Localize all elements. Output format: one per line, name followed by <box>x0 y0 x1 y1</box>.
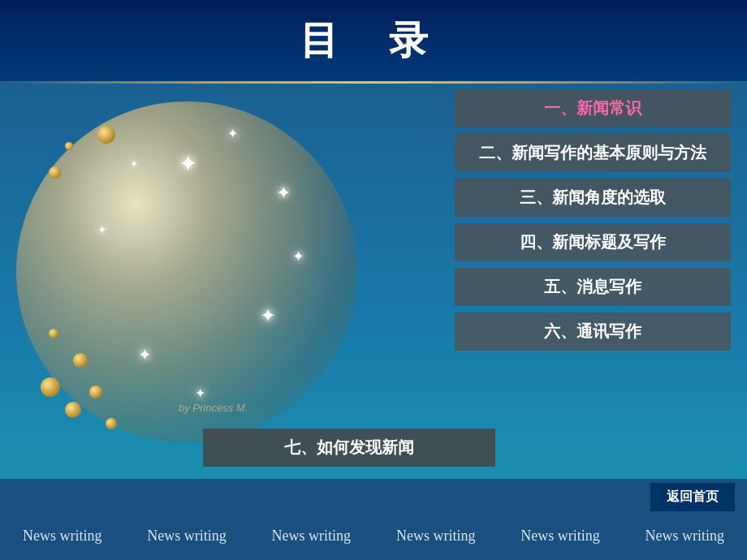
sparkle-icon: ✦ <box>260 304 276 327</box>
gold-ball <box>89 386 102 398</box>
footer-text-row: News writing News writing News writing N… <box>0 511 747 560</box>
footer-text-2: News writing <box>147 528 227 545</box>
menu-item-6[interactable]: 六、通讯写作 <box>455 312 731 351</box>
return-home-button[interactable]: 返回首页 <box>650 483 735 511</box>
gold-ball <box>49 166 61 179</box>
footer-text-1: News writing <box>23 528 102 545</box>
menu-item-7-wrapper: 七、如何发现新闻 <box>203 429 495 467</box>
sparkle-icon: ✦ <box>138 345 152 364</box>
sparkle-icon: ✦ <box>195 386 205 401</box>
sparkle-icon: ✦ <box>292 248 304 265</box>
gold-ball <box>97 126 115 144</box>
footer-text-5: News writing <box>520 528 600 545</box>
gold-ball <box>73 353 88 368</box>
sparkle-icon: ✦ <box>276 183 291 204</box>
menu-item-7[interactable]: 七、如何发现新闻 <box>203 429 495 467</box>
menu-item-4[interactable]: 四、新闻标题及写作 <box>455 223 731 261</box>
gold-ball <box>106 418 117 429</box>
footer-text-6: News writing <box>646 528 725 545</box>
page-title: 目 录 <box>300 15 447 67</box>
decorative-line <box>0 81 747 84</box>
signature-text: by Princess M. <box>179 402 248 414</box>
sparkle-icon: ✦ <box>97 223 107 236</box>
menu-item-5[interactable]: 五、消息写作 <box>455 268 731 306</box>
gold-ball <box>49 329 58 338</box>
return-button-area: 返回首页 <box>0 479 747 511</box>
footer-text-3: News writing <box>272 528 352 545</box>
gold-ball <box>65 402 81 418</box>
menu-item-3[interactable]: 三、新闻角度的选取 <box>455 179 731 217</box>
footer-text-4: News writing <box>396 528 476 545</box>
sparkle-icon: ✦ <box>130 158 138 170</box>
menu-list: 一、新闻常识 二、新闻写作的基本原则与方法 三、新闻角度的选取 四、新闻标题及写… <box>455 89 731 351</box>
gold-ball <box>41 377 60 397</box>
rose-globe: ✦ ✦ ✦ ✦ ✦ ✦ ✦ ✦ ✦ <box>16 101 357 442</box>
menu-item-2[interactable]: 二、新闻写作的基本原则与方法 <box>455 134 731 172</box>
sparkle-icon: ✦ <box>179 150 197 177</box>
menu-item-1[interactable]: 一、新闻常识 <box>455 89 731 127</box>
sparkle-icon: ✦ <box>227 126 238 141</box>
bottom-bar: 返回首页 News writing News writing News writ… <box>0 479 747 560</box>
main-content: ✦ ✦ ✦ ✦ ✦ ✦ ✦ ✦ ✦ by Princess M. 一、新闻常识 … <box>0 81 747 479</box>
gold-ball <box>65 142 73 150</box>
header: 目 录 <box>0 0 747 81</box>
